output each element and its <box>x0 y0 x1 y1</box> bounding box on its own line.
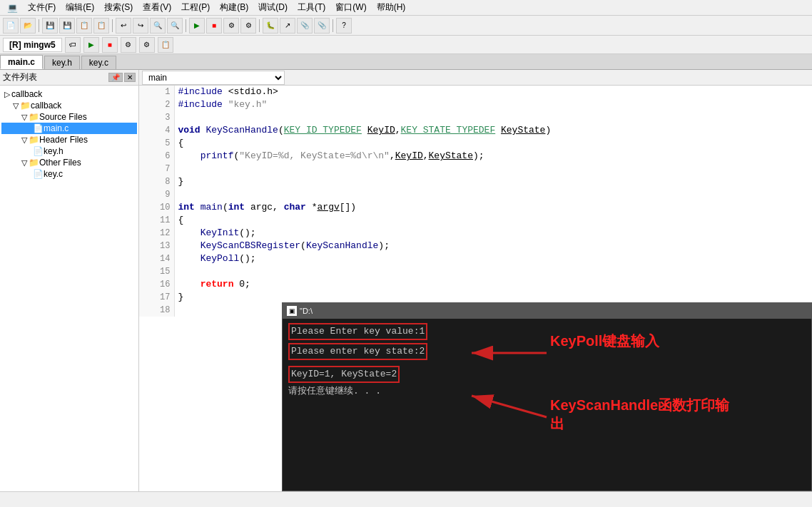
tree-key-c-label: key.c <box>44 169 63 179</box>
toolbar-btn11[interactable]: 📎 <box>314 18 330 34</box>
terminal-line-1: Please Enter key value:1 <box>288 323 427 340</box>
tree-expand-icon: ▷ <box>4 90 10 99</box>
toolbar-sep3 <box>186 19 186 32</box>
code-line-7: 7 <box>139 163 812 175</box>
toolbar-redo[interactable]: ↪ <box>133 18 148 34</box>
file-tree: ▷ callback ▽ 📁 callback ▽ 📁 Source Files… <box>0 86 138 491</box>
tab-key-c[interactable]: key.c <box>81 56 116 69</box>
terminal-line-3: Please enter key state:2 <box>288 343 427 360</box>
project-btn3[interactable]: ⚙ <box>139 37 155 53</box>
tree-key-c[interactable]: 📄 key.c <box>1 168 137 180</box>
menu-app-icon: 💻 <box>3 1 22 14</box>
menu-help[interactable]: 帮助(H) <box>372 0 410 15</box>
terminal-enter-key-prompt: Please Enter key value:1 <box>288 323 427 340</box>
tree-root-label: callback <box>11 89 42 99</box>
function-select[interactable]: main <box>142 71 285 85</box>
toolbar-btn10[interactable]: 📎 <box>297 18 313 34</box>
code-lines: 1 #include <stdio.h> 2 #include "key.h" … <box>139 86 812 317</box>
tree-folder-callback[interactable]: ▽ 📁 callback <box>1 100 137 111</box>
tree-main-c-icon: 📄 <box>33 123 44 133</box>
toolbar-debug[interactable]: 🐛 <box>263 18 278 34</box>
code-line-8: 8 } <box>139 175 812 188</box>
code-line-2: 2 #include "key.h" <box>139 98 812 111</box>
file-panel-title: 文件列表 <box>3 71 37 83</box>
menu-debug[interactable]: 调试(D) <box>254 0 292 15</box>
tab-bar: main.c key.h key.c <box>0 54 812 70</box>
code-line-9: 9 <box>139 188 812 201</box>
terminal-body: Please Enter key value:1 Please enter ke… <box>283 319 811 403</box>
toolbar-help[interactable]: ? <box>336 18 352 34</box>
tree-main-c-label: main.c <box>44 123 68 133</box>
project-btn2[interactable]: ⚙ <box>121 37 136 53</box>
tree-folder-label: callback <box>31 101 61 111</box>
tree-header-files[interactable]: ▽ 📁 Header Files <box>1 134 137 145</box>
run-btn[interactable]: ▶ <box>83 37 99 53</box>
tab-main-c[interactable]: main.c <box>0 55 43 69</box>
tree-folder-icon: 📁 <box>20 101 31 111</box>
toolbar-sep1 <box>39 19 39 32</box>
tab-key-h[interactable]: key.h <box>44 56 80 69</box>
toolbar-undo[interactable]: ↩ <box>116 18 131 34</box>
toolbar-save[interactable]: 💾 <box>42 18 58 34</box>
file-panel-header: 文件列表 📌 ✕ <box>0 70 138 86</box>
tree-other-label: Other Files <box>39 158 81 168</box>
terminal-icon: ▣ <box>287 306 297 316</box>
tree-source-label: Source Files <box>39 112 87 122</box>
menu-tools[interactable]: 工具(T) <box>293 0 330 15</box>
code-line-10: 10 int main(int argc, char *argv[]) <box>139 201 812 214</box>
file-panel: 文件列表 📌 ✕ ▷ callback ▽ 📁 callback <box>0 70 139 491</box>
terminal-overlay: ▣ "D:\ Please Enter key value:1 Please e… <box>282 302 812 491</box>
menu-view[interactable]: 查看(V) <box>138 0 176 15</box>
menu-build[interactable]: 构建(B) <box>215 0 253 15</box>
toolbar-sep4 <box>259 19 260 32</box>
tree-header-folder-icon: 📁 <box>29 135 39 145</box>
tree-main-c[interactable]: 📄 main.c <box>1 123 137 134</box>
terminal-titlebar: ▣ "D:\ <box>283 303 811 319</box>
terminal-line-5: 请按任意键继续. . . <box>288 384 806 399</box>
file-panel-close[interactable]: ✕ <box>124 73 136 82</box>
menu-edit[interactable]: 编辑(E) <box>61 0 98 15</box>
tree-header-label: Header Files <box>39 135 88 145</box>
tree-root-callback[interactable]: ▷ callback <box>1 88 137 100</box>
editor-toolbar: main <box>139 70 812 86</box>
stop-btn[interactable]: ■ <box>102 37 118 53</box>
menu-search[interactable]: 搜索(S) <box>100 0 137 15</box>
terminal-enter-state-prompt: Please enter key state:2 <box>288 343 427 360</box>
project-name: [R] mingw5 <box>3 38 62 52</box>
tree-other-files[interactable]: ▽ 📁 Other Files <box>1 157 137 168</box>
toolbar-sep2 <box>112 19 113 32</box>
toolbar-btn9[interactable]: ↗ <box>280 18 295 34</box>
editor-area: main 1 #include <stdio.h> 2 #include "ke… <box>139 70 812 491</box>
toolbar-btn6[interactable]: 🔍 <box>167 18 183 34</box>
toolbar-saveall[interactable]: 💾 <box>59 18 75 34</box>
tree-other-expand-icon: ▽ <box>21 158 27 168</box>
project-btn4[interactable]: 📋 <box>158 37 173 53</box>
tree-key-c-icon: 📄 <box>33 169 44 179</box>
file-panel-pin[interactable]: 📌 <box>108 73 123 82</box>
tree-key-h-label: key.h <box>44 146 64 156</box>
menu-window[interactable]: 窗口(W) <box>331 0 370 15</box>
toolbar-btn8[interactable]: ⚙ <box>240 18 256 34</box>
tree-header-expand-icon: ▽ <box>21 135 27 145</box>
toolbar: 📄 📂 💾 💾 📋 📋 ↩ ↪ 🔍 🔍 ▶ ■ ⚙ ⚙ 🐛 ↗ 📎 📎 ? <box>0 16 812 36</box>
toolbar-btn7[interactable]: ⚙ <box>223 18 239 34</box>
menu-bar: 💻 文件(F) 编辑(E) 搜索(S) 查看(V) 工程(P) 构建(B) 调试… <box>0 0 812 16</box>
toolbar-btn5[interactable]: 🔍 <box>150 18 166 34</box>
toolbar-stop[interactable]: ■ <box>206 18 222 34</box>
toolbar-new[interactable]: 📄 <box>3 18 19 34</box>
menu-project[interactable]: 工程(P) <box>177 0 214 15</box>
code-line-13: 13 KeyScanCBSRegister(KeyScanHandle); <box>139 240 812 252</box>
toolbar-btn3[interactable]: 📋 <box>76 18 92 34</box>
tree-key-h[interactable]: 📄 key.h <box>1 145 137 157</box>
status-bar <box>0 491 812 507</box>
toolbar-run[interactable]: ▶ <box>189 18 205 34</box>
toolbar-btn2[interactable]: 📂 <box>20 18 36 34</box>
tree-folder-expand-icon: ▽ <box>13 101 19 111</box>
tree-other-folder-icon: 📁 <box>29 158 39 168</box>
tree-key-h-icon: 📄 <box>33 146 44 156</box>
project-icon[interactable]: 🏷 <box>65 37 81 53</box>
menu-file[interactable]: 文件(F) <box>24 0 60 15</box>
terminal-line-4: KeyID=1, KeyState=2 <box>288 363 400 383</box>
tree-source-files[interactable]: ▽ 📁 Source Files <box>1 111 137 123</box>
toolbar-btn4[interactable]: 📋 <box>93 18 109 34</box>
